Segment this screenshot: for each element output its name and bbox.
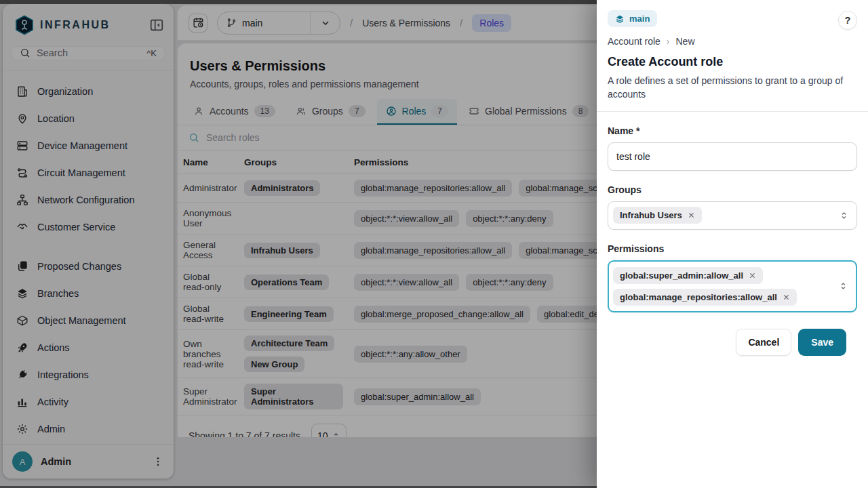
selected-tag: Infrahub Users [613, 207, 702, 224]
cancel-button[interactable]: Cancel [736, 329, 791, 356]
drawer-header: main ? Account role › New Create Account… [597, 0, 868, 112]
selected-tag-label: Infrahub Users [620, 210, 682, 220]
name-input[interactable] [608, 142, 857, 171]
groups-field: Groups Infrahub Users [608, 184, 857, 230]
groups-tags: Infrahub Users [613, 207, 702, 224]
branch-badge-label: main [629, 14, 650, 24]
permissions-field: Permissions global:super_admin:allow_all… [608, 243, 857, 312]
x-icon[interactable] [783, 293, 790, 301]
drawer-breadcrumb: Account role › New [608, 36, 857, 47]
drawer-actions: Cancel Save [608, 326, 857, 356]
selected-tag-label: global:super_admin:allow_all [620, 270, 743, 281]
app-root: INFRAHUB Search ^K OrganizationLocationD… [0, 0, 868, 488]
chevrons-up-down-icon [838, 281, 848, 291]
name-label: Name * [608, 125, 857, 136]
permissions-label: Permissions [608, 243, 857, 254]
help-button[interactable]: ? [838, 11, 857, 30]
x-icon[interactable] [749, 272, 756, 279]
branch-badge: main [608, 10, 657, 27]
drawer-form: Name * Groups Infrahub Users Permissions… [597, 112, 868, 488]
selected-tag-label: global:manage_repositories:allow_all [620, 292, 777, 302]
x-icon[interactable] [688, 211, 695, 219]
chevron-right-icon: › [667, 36, 670, 47]
layers-icon [615, 14, 625, 24]
drawer-description: A role defines a set of permissions to g… [608, 74, 846, 102]
permissions-select[interactable]: global:super_admin:allow_allglobal:manag… [608, 260, 857, 312]
selected-tag: global:super_admin:allow_all [613, 267, 763, 284]
save-button[interactable]: Save [798, 329, 846, 356]
groups-select[interactable]: Infrahub Users [608, 201, 857, 230]
groups-label: Groups [608, 184, 857, 195]
create-role-drawer: main ? Account role › New Create Account… [597, 0, 868, 488]
selected-tag: global:manage_repositories:allow_all [613, 289, 797, 306]
drawer-breadcrumb-current: New [676, 36, 695, 47]
name-field: Name * [608, 125, 857, 171]
chevrons-up-down-icon [839, 210, 849, 220]
drawer-breadcrumb-parent[interactable]: Account role [608, 36, 660, 47]
permissions-tags: global:super_admin:allow_allglobal:manag… [613, 267, 797, 306]
drawer-title: Create Account role [608, 55, 857, 69]
